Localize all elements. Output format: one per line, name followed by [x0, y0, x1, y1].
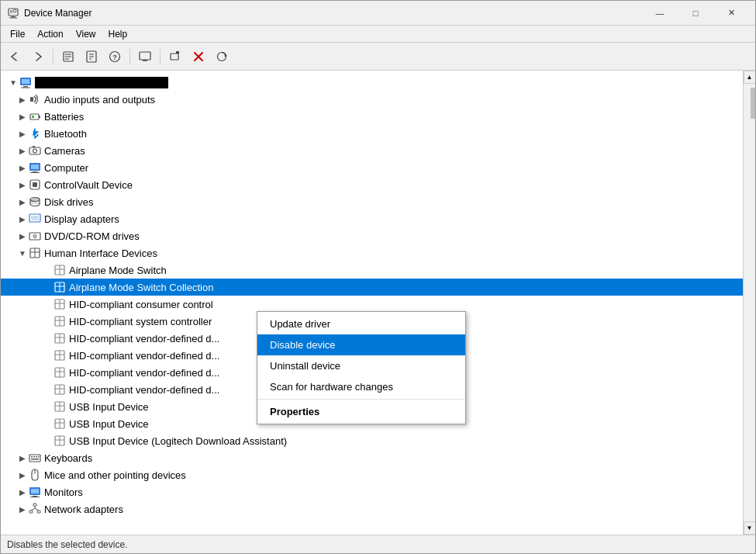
- menu-action[interactable]: Action: [31, 27, 69, 41]
- tree-item-batteries[interactable]: ▶ Batteries: [1, 108, 743, 125]
- computer-icon: [19, 76, 32, 88]
- tree-item-hid-consumer[interactable]: ▶ HID-compliant consumer control: [1, 296, 743, 313]
- tree-item-airplane-collection[interactable]: ▶ Airplane Mode Switch Collection: [1, 279, 743, 296]
- menu-help[interactable]: Help: [102, 27, 134, 41]
- root-expander[interactable]: ▼: [7, 76, 19, 88]
- hid-vendor2-icon: [54, 349, 66, 362]
- tree-item-hid[interactable]: ▼ Human Interface Devices: [1, 244, 743, 261]
- monitors-expander[interactable]: ▶: [16, 486, 29, 498]
- cameras-expander[interactable]: ▶: [16, 144, 29, 157]
- menu-view[interactable]: View: [70, 27, 102, 41]
- tree-item-audio[interactable]: ▶ Audio inputs and outputs: [1, 91, 743, 108]
- hid-system-icon: [54, 315, 66, 327]
- context-menu-properties[interactable]: Properties: [257, 401, 465, 422]
- tree-item-disk[interactable]: ▶ Disk drives: [1, 193, 743, 210]
- menu-file[interactable]: File: [4, 27, 31, 41]
- hid-vendor1-label: HID-compliant vendor-defined d...: [69, 333, 219, 345]
- svg-rect-29: [21, 88, 30, 88]
- disk-label: Disk drives: [44, 196, 94, 208]
- batteries-expander[interactable]: ▶: [16, 110, 29, 123]
- audio-expander[interactable]: ▶: [16, 93, 29, 106]
- dvd-expander[interactable]: ▶: [16, 230, 29, 242]
- airplane-device-icon: [54, 264, 66, 276]
- mice-label: Mice and other pointing devices: [44, 469, 186, 481]
- tree-view[interactable]: ▼ REDACTED ▶: [1, 71, 743, 535]
- toolbar: ?: [1, 43, 755, 71]
- display-expander[interactable]: ▶: [16, 213, 29, 225]
- mice-icon: [29, 469, 41, 481]
- hid-vendor1-icon: [54, 332, 66, 345]
- controlvault-label: ControlVault Device: [44, 179, 133, 191]
- device-manager-window: Device Manager — □ ✕ File Action View He…: [0, 0, 756, 554]
- separator-2: [129, 49, 130, 64]
- monitor-button[interactable]: [134, 46, 156, 68]
- uninstall-device-label: Uninstall device: [270, 360, 340, 372]
- tree-item-computer[interactable]: ▶ Computer: [1, 159, 743, 176]
- tree-item-airplane[interactable]: ▶ Airplane Mode Switch: [1, 261, 743, 279]
- monitors-icon: [29, 486, 41, 498]
- separator-3: [160, 49, 161, 64]
- tree-item-keyboards[interactable]: ▶ Keyboards: [1, 449, 743, 466]
- controlvault-expander[interactable]: ▶: [16, 178, 29, 191]
- context-menu-disable-device[interactable]: Disable device: [257, 334, 465, 355]
- disk-expander[interactable]: ▶: [16, 196, 29, 208]
- content-area: ▼ REDACTED ▶: [1, 71, 755, 535]
- tree-item-monitors[interactable]: ▶ Monitors: [1, 483, 743, 500]
- tree-item-display[interactable]: ▶ Display adapters: [1, 210, 743, 227]
- hid-vendor4-label: HID-compliant vendor-defined d...: [69, 384, 219, 396]
- svg-rect-92: [36, 456, 37, 458]
- context-menu-scan[interactable]: Scan for hardware changes: [257, 376, 465, 397]
- computer-expander[interactable]: ▶: [16, 161, 29, 174]
- context-menu-uninstall-device[interactable]: Uninstall device: [257, 355, 465, 376]
- svg-rect-97: [31, 489, 39, 493]
- svg-rect-93: [38, 456, 40, 458]
- svg-rect-16: [140, 52, 150, 60]
- svg-point-35: [33, 149, 37, 153]
- root-label: REDACTED: [35, 77, 168, 88]
- usb1-label: USB Input Device: [69, 401, 149, 413]
- tree-item-controlvault[interactable]: ▶ ControlVault Device: [1, 176, 743, 193]
- tree-root[interactable]: ▼ REDACTED: [1, 74, 743, 91]
- svg-rect-91: [33, 456, 35, 458]
- usb3-icon: [54, 435, 66, 447]
- svg-rect-101: [29, 511, 33, 513]
- tree-item-mice[interactable]: ▶ Mice and other pointing devices: [1, 466, 743, 483]
- tree-item-bluetooth[interactable]: ▶ Bluetooth: [1, 125, 743, 142]
- scroll-thumb[interactable]: [751, 88, 756, 119]
- bluetooth-expander[interactable]: ▶: [16, 127, 29, 140]
- remove-driver-button[interactable]: [188, 46, 209, 68]
- usb3-label: USB Input Device (Logitech Download Assi…: [69, 435, 287, 447]
- tree-item-network[interactable]: ▶ Network adapters: [1, 500, 743, 518]
- tree-item-dvd[interactable]: ▶ DVD/CD-ROM drives: [1, 227, 743, 244]
- context-menu-update-driver[interactable]: Update driver: [257, 313, 465, 334]
- hid-expander[interactable]: ▼: [16, 247, 29, 259]
- usb2-icon: [54, 417, 66, 430]
- help-button[interactable]: ?: [104, 46, 126, 68]
- maximize-button[interactable]: □: [678, 1, 713, 26]
- mice-expander[interactable]: ▶: [16, 469, 29, 481]
- keyboards-expander[interactable]: ▶: [16, 452, 29, 464]
- svg-point-52: [35, 236, 36, 237]
- scroll-down-button[interactable]: ▼: [744, 521, 756, 535]
- scrollbar-track: ▲ ▼: [743, 71, 755, 535]
- minimize-button[interactable]: —: [642, 1, 678, 26]
- scroll-up-button[interactable]: ▲: [744, 71, 756, 84]
- svg-rect-36: [33, 146, 35, 147]
- airplane-col-label: Airplane Mode Switch Collection: [69, 282, 213, 293]
- dvd-label: DVD/CD-ROM drives: [44, 230, 140, 242]
- properties-button[interactable]: [57, 46, 79, 68]
- forward-button[interactable]: [27, 46, 49, 68]
- update-driver-label: Update driver: [270, 318, 330, 330]
- update-driver-button[interactable]: [81, 46, 102, 68]
- tree-item-cameras[interactable]: ▶ Cameras: [1, 142, 743, 159]
- tree-item-usb3[interactable]: ▶ USB Input Device (Logitech Download As…: [1, 432, 743, 449]
- close-button[interactable]: ✕: [713, 1, 749, 26]
- network-expander[interactable]: ▶: [16, 503, 29, 515]
- svg-text:?: ?: [112, 54, 117, 61]
- svg-rect-21: [176, 51, 179, 54]
- scan-button[interactable]: [211, 46, 233, 68]
- hid-vendor4-icon: [54, 383, 66, 396]
- add-driver-button[interactable]: [164, 46, 186, 68]
- back-button[interactable]: [4, 46, 26, 68]
- hid-vendor3-icon: [54, 366, 66, 379]
